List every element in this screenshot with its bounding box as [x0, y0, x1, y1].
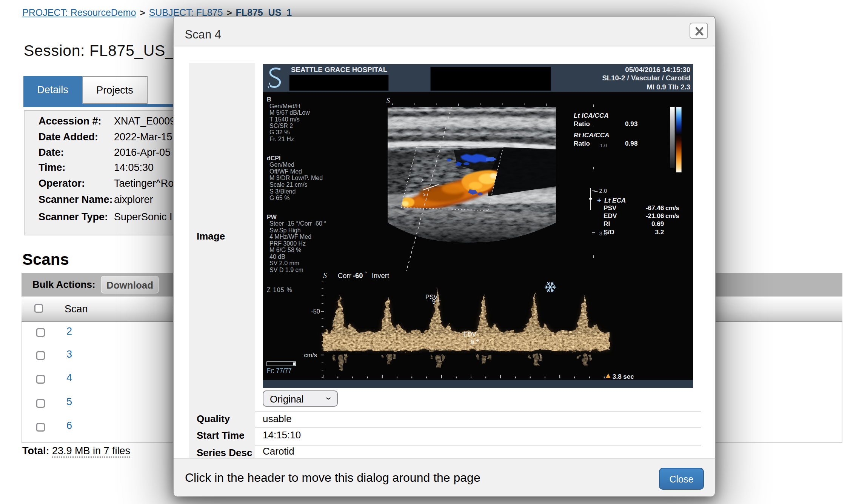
svg-text:-21.06: -21.06 — [646, 212, 664, 220]
svg-text:9: 9 — [471, 339, 474, 346]
svg-text:S: S — [386, 97, 390, 104]
svg-text:– 2.0: – 2.0 — [594, 187, 607, 194]
svg-text:cm/s: cm/s — [304, 352, 317, 358]
svg-text:MI 0.9 TIb 2.3: MI 0.9 TIb 2.3 — [647, 83, 690, 91]
svg-text:G 65 %: G 65 % — [269, 195, 289, 201]
svg-text:1.0: 1.0 — [600, 143, 607, 148]
svg-text:– 3.8: – 3.8 — [594, 230, 607, 237]
svg-text:SC/SR 2: SC/SR 2 — [269, 123, 293, 129]
svg-text:4 MHz/WF Med: 4 MHz/WF Med — [269, 234, 311, 240]
svg-text:Off/WF Med: Off/WF Med — [269, 168, 302, 175]
svg-text:RI: RI — [604, 220, 610, 227]
svg-text:PSV: PSV — [604, 204, 617, 212]
svg-text:,: , — [392, 100, 393, 106]
svg-text:Rt ICA/CCA: Rt ICA/CCA — [574, 131, 610, 139]
svg-text:EDV: EDV — [463, 331, 476, 338]
svg-text:-67.46: -67.46 — [646, 204, 664, 212]
svg-text:°: ° — [365, 270, 367, 277]
svg-text:Ratio: Ratio — [574, 140, 590, 147]
svg-text:.: . — [593, 122, 594, 127]
svg-text:Steer -15 °/Corr -60 °: Steer -15 °/Corr -60 ° — [269, 220, 326, 227]
svg-text:Invert: Invert — [372, 272, 389, 280]
svg-text:40 dB: 40 dB — [269, 254, 285, 260]
svg-text:PW: PW — [267, 214, 277, 220]
svg-text:S: S — [323, 271, 327, 280]
svg-text:+: + — [437, 296, 441, 304]
svg-text:PRF 3000 Hz: PRF 3000 Hz — [269, 240, 306, 247]
svg-text:Z 105 %: Z 105 % — [267, 287, 293, 293]
svg-text:M 6/G 58 %: M 6/G 58 % — [269, 247, 301, 253]
svg-text:3.8 sec: 3.8 sec — [613, 373, 634, 380]
svg-text:+: + — [475, 337, 479, 344]
svg-text:+: + — [597, 196, 601, 204]
svg-text:G 32 %: G 32 % — [269, 129, 289, 135]
svg-text:Scale 21 cm/s: Scale 21 cm/s — [269, 181, 307, 188]
svg-text:Sw.Sp High: Sw.Sp High — [269, 227, 301, 234]
svg-text:cm/s: cm/s — [665, 205, 679, 211]
svg-text:0.69: 0.69 — [651, 220, 664, 227]
svg-text:cm/s: cm/s — [665, 213, 679, 219]
svg-text:Gen/Med/H: Gen/Med/H — [269, 103, 300, 109]
svg-text:S 3/Blend: S 3/Blend — [269, 188, 296, 195]
svg-text:0.93: 0.93 — [625, 120, 637, 128]
svg-text:M 3/DR Low/P. Med: M 3/DR Low/P. Med — [269, 175, 323, 181]
svg-text:Corr: Corr — [338, 272, 351, 280]
svg-text:Lt ICA/CCA: Lt ICA/CCA — [574, 112, 609, 119]
svg-text:-60: -60 — [353, 272, 363, 280]
svg-text:SL10-2 / Vascular / Carotid: SL10-2 / Vascular / Carotid — [602, 74, 690, 82]
svg-text:0.98: 0.98 — [625, 140, 638, 147]
svg-text:SV D 1.9 cm: SV D 1.9 cm — [269, 267, 303, 273]
svg-text:Fr. 21 Hz: Fr. 21 Hz — [269, 136, 294, 142]
svg-text:-50: -50 — [311, 308, 320, 315]
svg-text:T 1540 m/s: T 1540 m/s — [269, 116, 300, 123]
svg-text:3.2: 3.2 — [655, 228, 664, 236]
svg-text:Lt ECA: Lt ECA — [604, 197, 626, 204]
svg-text:B: B — [267, 96, 271, 103]
svg-text:Fr: 77/77: Fr: 77/77 — [267, 367, 292, 374]
svg-text:SEATTLE GRACE HOSPITAL: SEATTLE GRACE HOSPITAL — [291, 66, 387, 74]
svg-text:EDV: EDV — [604, 212, 617, 220]
svg-text:Gen/Med: Gen/Med — [269, 161, 294, 168]
svg-text:05/04/2016 14:15:30: 05/04/2016 14:15:30 — [625, 66, 690, 74]
svg-text:dCPI: dCPI — [267, 155, 280, 161]
svg-text:PSV: PSV — [425, 293, 438, 300]
svg-text:Ratio: Ratio — [574, 120, 590, 128]
svg-text:SV 2.0 mm: SV 2.0 mm — [269, 260, 299, 266]
svg-text:9: 9 — [432, 298, 436, 305]
svg-text:M 5/67 dB/Low: M 5/67 dB/Low — [269, 109, 310, 116]
